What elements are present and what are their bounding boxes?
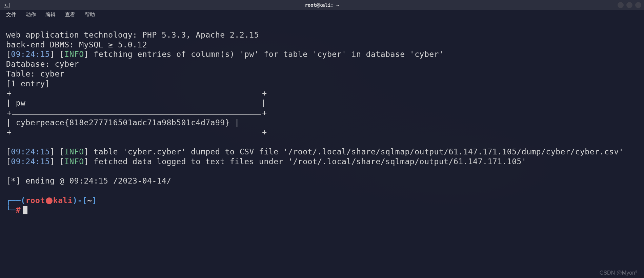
close-button[interactable] [635,2,641,8]
terminal-area[interactable]: web application technology: PHP 5.3.3, A… [0,19,644,216]
timestamp: 09:24:15 [11,157,50,166]
watermark: CSDN @Myon⁵ [600,270,637,276]
timestamp: 09:24:15 [11,147,50,156]
output-line: [09:24:15] [INFO] table 'cyber.cyber' du… [6,147,624,156]
timestamp: 09:24:15 [11,50,50,59]
cursor [23,206,27,214]
terminal-icon [3,1,11,9]
skull-icon [46,197,53,204]
maximize-button[interactable] [626,2,632,8]
output-line: [09:24:15] [INFO] fetched data logged to… [6,157,526,166]
menu-edit[interactable]: 编辑 [45,12,56,18]
prompt-line-1: ┌──(rootkali)-[~] [6,196,97,205]
window-title: root@kali: ~ [305,2,339,8]
menu-file[interactable]: 文件 [6,12,16,18]
minimize-button[interactable] [618,2,624,8]
output-line: Database: cyber [6,60,79,68]
column-header: pw [16,98,26,108]
prompt-line-2: └─# [6,206,27,214]
menu-view[interactable]: 查看 [65,12,75,18]
loglevel: INFO [64,50,84,59]
svg-rect-0 [4,3,10,7]
cell-value: cyberpeace{818e277716501adc71a98b501c4d7… [16,118,230,128]
window-controls [618,2,641,8]
output-line: back-end DBMS: MySQL ≥ 5.0.12 [6,40,147,49]
output-line: [09:24:15] [INFO] fetching entries of co… [6,50,444,59]
output-line: web application technology: PHP 5.3.3, A… [6,30,259,39]
menu-help[interactable]: 帮助 [85,12,95,18]
output-line: Table: cyber [6,69,64,78]
loglevel: INFO [64,147,84,156]
titlebar: root@kali: ~ [0,0,644,10]
output-line: [1 entry] [6,79,50,88]
msg: fetching entries of column(s) 'pw' for t… [94,50,444,59]
output-line: [*] ending @ 09:24:15 /2023-04-14/ [6,176,172,185]
result-table: ++| pw|++| cyberpeace{818e277716501adc71… [6,88,638,137]
menubar: 文件 动作 编辑 查看 帮助 [0,10,644,19]
menu-action[interactable]: 动作 [26,12,36,18]
msg: table 'cyber.cyber' dumped to CSV file '… [94,147,624,156]
loglevel: INFO [64,157,84,166]
msg: fetched data logged to text files under … [94,157,526,166]
